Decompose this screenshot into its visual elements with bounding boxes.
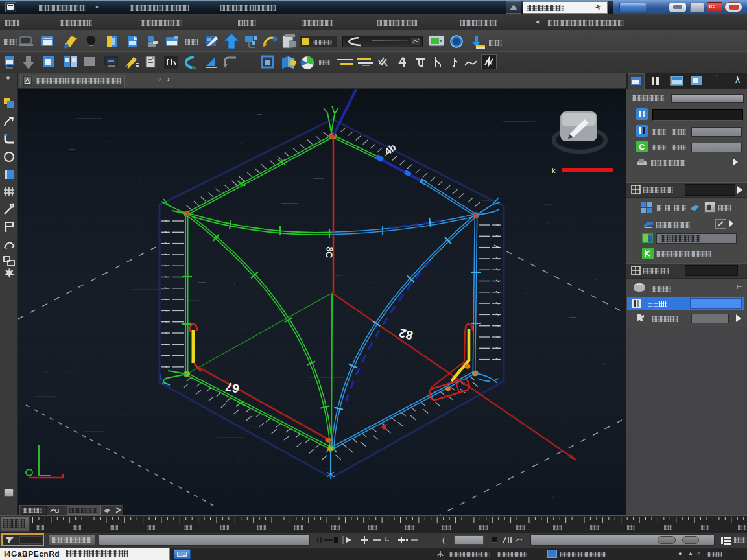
svg-text:k: k [552,167,556,174]
svg-text:8C: 8C [324,246,335,259]
svg-text:82: 82 [397,326,414,343]
svg-text:67: 67 [224,380,241,396]
svg-text:C: C [639,142,645,152]
svg-text:4b: 4b [382,141,397,157]
